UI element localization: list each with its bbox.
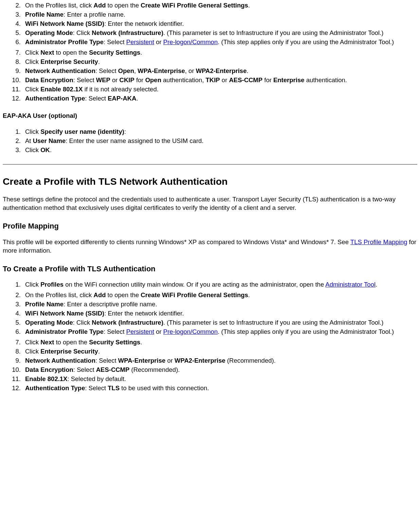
list-item: At User Name: Enter the user name assign… [22,137,417,145]
prelogon-common-link[interactable]: Pre-logon/Common [163,328,218,335]
tls-intro-paragraph: These settings define the protocol and t… [3,195,417,212]
list-item: Click Enterprise Security. [22,58,417,66]
tls-steps-list: Click Profiles on the WiFi connection ut… [3,281,417,393]
eap-aka-user-heading: EAP-AKA User (optional) [3,112,417,120]
profile-mapping-paragraph: This profile will be exported differentl… [3,238,417,255]
list-item: Click Enterprise Security. [22,347,417,356]
list-item: Network Authentication: Select Open, WPA… [22,67,417,75]
list-item: Authentication Type: Select TLS to be us… [22,384,417,393]
list-item: Network Authentication: Select WPA-Enter… [22,357,417,365]
create-tls-profile-heading: To Create a Profile with TLS Authenticat… [3,264,417,274]
list-item: Administrator Profile Type: Select Persi… [22,38,417,47]
persistent-link[interactable]: Persistent [126,38,154,46]
list-item: Operating Mode: Click Network (Infrastru… [22,29,417,37]
section-divider [3,164,417,165]
eap-aka-user-steps-list: Click Specify user name (identity): At U… [3,128,417,155]
list-item: Click Next to open the Security Settings… [22,338,417,347]
list-item: On the Profiles list, click Add to open … [22,291,417,300]
list-item: Click Next to open the Security Settings… [22,49,417,57]
list-item: WiFi Network Name (SSID): Enter the netw… [22,309,417,318]
persistent-link[interactable]: Persistent [126,328,154,335]
tls-section-heading: Create a Profile with TLS Network Authen… [3,175,417,188]
administrator-tool-link[interactable]: Administrator Tool [325,281,376,288]
list-item: Click Enable 802.1X if it is not already… [22,85,417,94]
list-item: Operating Mode: Click Network (Infrastru… [22,319,417,327]
list-item: Click Profiles on the WiFi connection ut… [22,281,417,289]
list-item: Data Encryption: Select WEP or CKIP for … [22,76,417,85]
list-item: Click Specify user name (identity): [22,128,417,136]
list-item: Authentication Type: Select EAP-AKA. [22,94,417,103]
tls-profile-mapping-link[interactable]: TLS Profile Mapping [350,238,407,246]
profile-mapping-heading: Profile Mapping [3,221,417,231]
eap-aka-steps-list: On the Profiles list, click Add to open … [3,1,417,103]
list-item: On the Profiles list, click Add to open … [22,1,417,10]
list-item: Profile Name: Enter a profile name. [22,11,417,19]
prelogon-common-link[interactable]: Pre-logon/Common [163,38,218,46]
list-item: Profile Name: Enter a descriptive profil… [22,300,417,309]
list-item: WiFi Network Name (SSID): Enter the netw… [22,20,417,28]
list-item: Data Encryption: Select AES-CCMP (Recomm… [22,366,417,374]
list-item: Administrator Profile Type: Select Persi… [22,328,417,336]
list-item: Click OK. [22,146,417,155]
list-item: Enable 802.1X: Selected by default. [22,375,417,383]
